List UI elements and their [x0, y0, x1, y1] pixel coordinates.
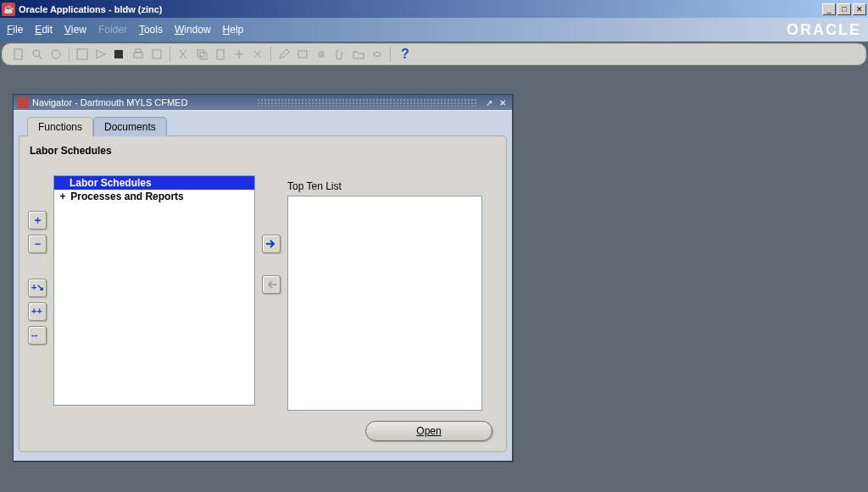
tool-save-icon[interactable] [75, 47, 90, 62]
navigator-titlebar[interactable]: Navigator - Dartmouth MYLS CFMED ↗ ✕ [14, 95, 512, 110]
svg-text:++: ++ [31, 306, 42, 316]
menu-file[interactable]: File [7, 24, 23, 36]
tab-row: Functions Documents [27, 116, 507, 135]
svg-point-13 [318, 51, 325, 58]
navigator-window: Navigator - Dartmouth MYLS CFMED ↗ ✕ Fun… [13, 94, 513, 462]
menu-window[interactable]: Window [175, 24, 211, 36]
menu-items: File Edit View Folder Tools Window Help [7, 24, 243, 36]
svg-line-2 [39, 56, 42, 59]
tree-item-processes-and-reports[interactable]: + Processes and Reports [54, 190, 254, 203]
tool-attach-icon[interactable] [314, 47, 329, 62]
titlebar-grip [257, 98, 478, 107]
maximize-button[interactable]: □ [837, 3, 851, 15]
collapse-all-button[interactable]: -- [28, 326, 47, 345]
svg-rect-9 [198, 50, 204, 57]
navigator-body: Functions Documents Labor Schedules ＋ － … [14, 110, 512, 461]
toolbar-separator [69, 47, 70, 62]
svg-rect-4 [77, 49, 87, 59]
arrow-left-icon [265, 279, 277, 290]
tree-item-labor-schedules[interactable]: Labor Schedules [54, 176, 254, 190]
svg-rect-7 [136, 49, 141, 53]
toolbar-wrap: ? [0, 41, 868, 67]
menu-help[interactable]: Help [223, 24, 244, 36]
workspace: Navigator - Dartmouth MYLS CFMED ↗ ✕ Fun… [0, 67, 868, 492]
menu-edit[interactable]: Edit [35, 24, 53, 36]
collapse-button[interactable]: － [28, 235, 47, 253]
top-ten-area: Top Ten List [287, 180, 482, 411]
navigator-icon [17, 97, 29, 108]
menu-view[interactable]: View [64, 24, 86, 36]
tool-find-icon[interactable] [30, 47, 45, 62]
top-ten-list[interactable] [287, 196, 482, 411]
function-tree[interactable]: Labor Schedules + Processes and Reports [53, 175, 255, 406]
svg-text:--: -- [31, 329, 38, 340]
tool-translate-icon[interactable] [295, 47, 310, 62]
tool-next-step-icon[interactable] [93, 47, 108, 62]
tool-folder-icon[interactable] [351, 47, 366, 62]
toolbar: ? [2, 43, 866, 65]
svg-rect-5 [114, 50, 123, 58]
menu-tools[interactable]: Tools [139, 24, 163, 36]
top-ten-label: Top Ten List [287, 180, 482, 192]
tool-copy-icon[interactable] [194, 47, 209, 62]
minimize-button[interactable]: _ [822, 3, 836, 15]
help-icon[interactable]: ? [401, 47, 409, 62]
toolbar-separator [270, 47, 271, 62]
tool-print-icon[interactable] [131, 47, 146, 62]
add-to-top-ten-button[interactable] [262, 235, 281, 253]
tool-delete-icon[interactable] [250, 47, 265, 62]
tree-side-buttons: ＋ － +↘ ++ -- [28, 211, 53, 345]
panel-footer: Open [28, 421, 498, 441]
java-icon: ☕ [2, 3, 15, 16]
tool-cut-icon[interactable] [175, 47, 191, 62]
expand-branch-button[interactable]: +↘ [28, 279, 47, 297]
svg-rect-6 [134, 53, 142, 58]
expand-all-button[interactable]: ++ [28, 302, 47, 321]
window-controls: _ □ ✕ [822, 3, 866, 15]
tree-item-label: Processes and Reports [70, 191, 183, 202]
arrow-right-icon [265, 239, 277, 249]
titlebar: ☕ Oracle Applications - bldw (zinc) _ □ … [0, 0, 868, 18]
svg-text:+↘: +↘ [31, 282, 43, 292]
oracle-logo: ORACLE [787, 21, 861, 39]
tool-edit-icon[interactable] [276, 47, 292, 62]
tool-clip-icon[interactable] [332, 47, 348, 62]
tool-switch-icon[interactable] [112, 47, 127, 62]
navigator-restore-button[interactable]: ↗ [483, 97, 495, 108]
tab-functions[interactable]: Functions [27, 117, 93, 136]
panel-heading: Labor Schedules [30, 145, 498, 157]
menu-folder: Folder [98, 24, 127, 36]
transfer-buttons [255, 235, 287, 294]
tool-nav-icon[interactable] [48, 47, 64, 62]
svg-rect-12 [298, 51, 307, 58]
svg-point-3 [52, 50, 60, 58]
tool-paste-icon[interactable] [213, 47, 228, 62]
remove-from-top-ten-button[interactable] [262, 275, 281, 294]
plus-icon: + [58, 191, 68, 202]
svg-rect-0 [14, 49, 22, 59]
open-button[interactable]: Open [365, 421, 492, 441]
tool-close-icon[interactable] [149, 47, 164, 62]
tool-clear-icon[interactable] [231, 47, 247, 62]
svg-rect-11 [217, 50, 224, 59]
tab-documents[interactable]: Documents [93, 117, 167, 136]
navigator-title-text: Navigator - Dartmouth MYLS CFMED [32, 97, 253, 108]
svg-rect-10 [200, 53, 207, 59]
navigator-close-button[interactable]: ✕ [497, 97, 509, 108]
close-button[interactable]: ✕ [853, 3, 866, 15]
tab-panel-functions: Labor Schedules ＋ － +↘ ++ -- Labor Sched… [19, 135, 507, 452]
toolbar-separator [390, 47, 391, 62]
panel-content: ＋ － +↘ ++ -- Labor Schedules + Processes… [28, 180, 498, 411]
menubar: File Edit View Folder Tools Window Help … [0, 18, 868, 41]
tool-new-icon[interactable] [11, 47, 26, 62]
window-title: Oracle Applications - bldw (zinc) [19, 4, 822, 14]
open-button-label: Open [416, 425, 441, 437]
svg-rect-8 [153, 50, 161, 58]
svg-point-1 [33, 50, 40, 57]
tool-flex-icon[interactable] [370, 47, 385, 62]
expand-button[interactable]: ＋ [28, 211, 47, 229]
toolbar-separator [170, 47, 170, 62]
